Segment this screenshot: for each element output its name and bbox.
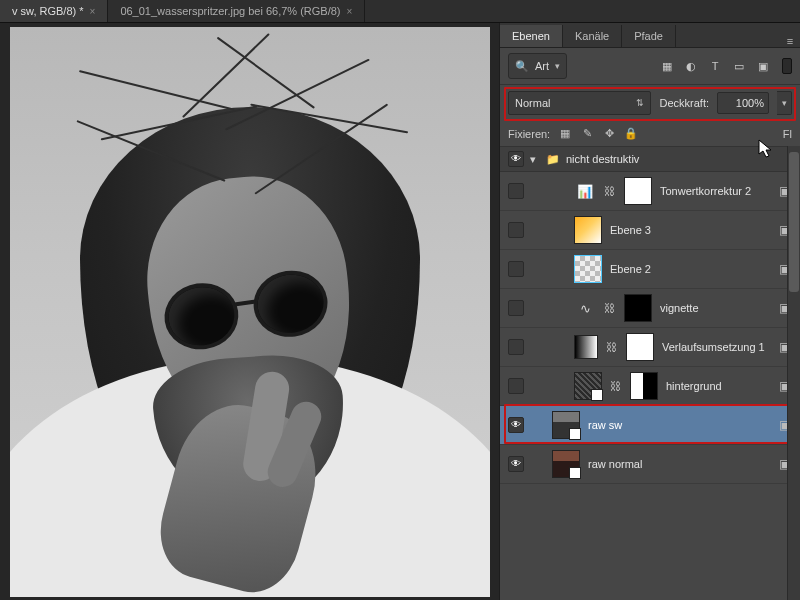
visibility-toggle[interactable] <box>508 456 524 472</box>
opacity-dropdown-button[interactable]: ▾ <box>777 91 792 115</box>
scrollbar-thumb[interactable] <box>789 152 799 292</box>
layer-row-selected[interactable]: raw sw ▣ <box>500 406 800 445</box>
blend-opacity-row: Normal ⇅ Deckkraft: 100% ▾ <box>500 85 800 121</box>
filter-adjust-icon[interactable]: ◐ <box>684 60 698 73</box>
visibility-toggle[interactable] <box>508 378 524 394</box>
chevron-up-down-icon: ⇅ <box>636 98 644 108</box>
link-icon[interactable]: ⛓ <box>610 380 622 392</box>
layer-mask-thumbnail[interactable] <box>630 372 658 400</box>
document-tab-label: v sw, RGB/8) * <box>12 5 84 17</box>
layer-mask-thumbnail[interactable] <box>624 177 652 205</box>
lock-position-icon[interactable]: ✥ <box>602 127 616 140</box>
layer-filter-label: Art <box>535 60 549 72</box>
main-area: Ebenen Kanäle Pfade ≡ 🔍 Art ▾ ▦ ◐ T ▭ ▣ <box>0 23 800 600</box>
layer-row[interactable]: ⛓ hintergrund ▣ <box>500 367 800 406</box>
layer-thumbnail[interactable] <box>574 216 602 244</box>
layer-filter-select[interactable]: 🔍 Art ▾ <box>508 53 567 79</box>
lock-fill-row: Fixieren: ▦ ✎ ✥ 🔒 Fl <box>500 121 800 146</box>
document-tab[interactable]: 06_01_wasserspritzer.jpg bei 66,7% (RGB/… <box>108 0 365 22</box>
filter-toggle-switch[interactable] <box>782 58 792 74</box>
disclosure-triangle-icon[interactable]: ▾ <box>530 153 540 166</box>
link-icon[interactable]: ⛓ <box>606 341 618 353</box>
gradient-map-icon <box>574 335 598 359</box>
folder-icon: 📁 <box>546 153 560 166</box>
layer-filter-icons: ▦ ◐ T ▭ ▣ <box>660 60 770 73</box>
lock-label: Fixieren: <box>508 128 550 140</box>
layer-name[interactable]: Ebene 3 <box>610 224 771 236</box>
panel-scrollbar[interactable] <box>787 146 800 600</box>
layer-name[interactable]: Verlaufsumsetzung 1 <box>662 341 771 353</box>
chevron-down-icon: ▾ <box>782 98 787 108</box>
panel-tab-bar: Ebenen Kanäle Pfade ≡ <box>500 23 800 48</box>
tab-channels[interactable]: Kanäle <box>563 25 622 47</box>
visibility-toggle[interactable] <box>508 222 524 238</box>
panel-menu-icon[interactable]: ≡ <box>780 31 800 47</box>
link-icon[interactable]: ⛓ <box>604 185 616 197</box>
search-icon: 🔍 <box>515 60 529 73</box>
layer-row[interactable]: Ebene 2 ▣ <box>500 250 800 289</box>
opacity-input[interactable]: 100% <box>717 92 769 114</box>
lock-transparent-icon[interactable]: ▦ <box>558 127 572 140</box>
layers-panel: Ebenen Kanäle Pfade ≡ 🔍 Art ▾ ▦ ◐ T ▭ ▣ <box>499 23 800 600</box>
visibility-toggle[interactable] <box>508 339 524 355</box>
filter-shape-icon[interactable]: ▭ <box>732 60 746 73</box>
lock-icons: ▦ ✎ ✥ 🔒 <box>558 127 638 140</box>
curves-icon: ∿ <box>574 297 596 319</box>
visibility-toggle[interactable] <box>508 261 524 277</box>
layer-name[interactable]: raw normal <box>588 458 771 470</box>
visibility-toggle[interactable] <box>508 183 524 199</box>
filter-type-icon[interactable]: T <box>708 60 722 73</box>
close-icon[interactable]: × <box>347 6 353 17</box>
visibility-toggle[interactable] <box>508 300 524 316</box>
opacity-value: 100% <box>736 97 764 109</box>
layer-name[interactable]: hintergrund <box>666 380 771 392</box>
tab-paths[interactable]: Pfade <box>622 25 676 47</box>
layer-thumbnail[interactable] <box>552 411 580 439</box>
layer-name[interactable]: raw sw <box>588 419 771 431</box>
layer-name[interactable]: vignette <box>660 302 771 314</box>
layer-mask-thumbnail[interactable] <box>624 294 652 322</box>
canvas-viewport[interactable] <box>0 23 499 600</box>
layer-thumbnail[interactable] <box>574 255 602 283</box>
document-tab-bar: v sw, RGB/8) * × 06_01_wasserspritzer.jp… <box>0 0 800 23</box>
layer-group-name: nicht destruktiv <box>566 153 792 165</box>
layer-group-header[interactable]: ▾ 📁 nicht destruktiv <box>500 146 800 172</box>
layer-filter-row: 🔍 Art ▾ ▦ ◐ T ▭ ▣ <box>500 48 800 85</box>
document-canvas[interactable] <box>10 27 490 597</box>
blend-mode-select[interactable]: Normal ⇅ <box>508 91 651 115</box>
chevron-down-icon: ▾ <box>555 61 560 71</box>
layer-row[interactable]: ⛓ Verlaufsumsetzung 1 ▣ <box>500 328 800 367</box>
tab-layers[interactable]: Ebenen <box>500 25 563 47</box>
filter-smart-icon[interactable]: ▣ <box>756 60 770 73</box>
layer-tree-scroll[interactable]: ▾ 📁 nicht destruktiv 📊 ⛓ Tonwertkorrektu… <box>500 146 800 600</box>
layer-name[interactable]: Ebene 2 <box>610 263 771 275</box>
blend-mode-value: Normal <box>515 97 550 109</box>
link-icon[interactable]: ⛓ <box>604 302 616 314</box>
filter-pixel-icon[interactable]: ▦ <box>660 60 674 73</box>
visibility-toggle[interactable] <box>508 151 524 167</box>
opacity-label: Deckkraft: <box>659 97 709 109</box>
layer-row[interactable]: 📊 ⛓ Tonwertkorrektur 2 ▣ <box>500 172 800 211</box>
visibility-toggle[interactable] <box>508 417 524 433</box>
layer-tree: ▾ 📁 nicht destruktiv 📊 ⛓ Tonwertkorrektu… <box>500 146 800 484</box>
levels-icon: 📊 <box>574 180 596 202</box>
lock-pixels-icon[interactable]: ✎ <box>580 127 594 140</box>
document-tab-label: 06_01_wasserspritzer.jpg bei 66,7% (RGB/… <box>120 5 340 17</box>
layer-thumbnail[interactable] <box>574 372 602 400</box>
layer-row[interactable]: raw normal ▣ <box>500 445 800 484</box>
layer-thumbnail[interactable] <box>552 450 580 478</box>
layer-row[interactable]: ∿ ⛓ vignette ▣ <box>500 289 800 328</box>
layer-row[interactable]: Ebene 3 ▣ <box>500 211 800 250</box>
app-root: v sw, RGB/8) * × 06_01_wasserspritzer.jp… <box>0 0 800 600</box>
fill-label: Fl <box>783 128 792 140</box>
lock-all-icon[interactable]: 🔒 <box>624 127 638 140</box>
layer-name[interactable]: Tonwertkorrektur 2 <box>660 185 771 197</box>
document-tab-active[interactable]: v sw, RGB/8) * × <box>0 0 108 22</box>
layer-mask-thumbnail[interactable] <box>626 333 654 361</box>
close-icon[interactable]: × <box>90 6 96 17</box>
